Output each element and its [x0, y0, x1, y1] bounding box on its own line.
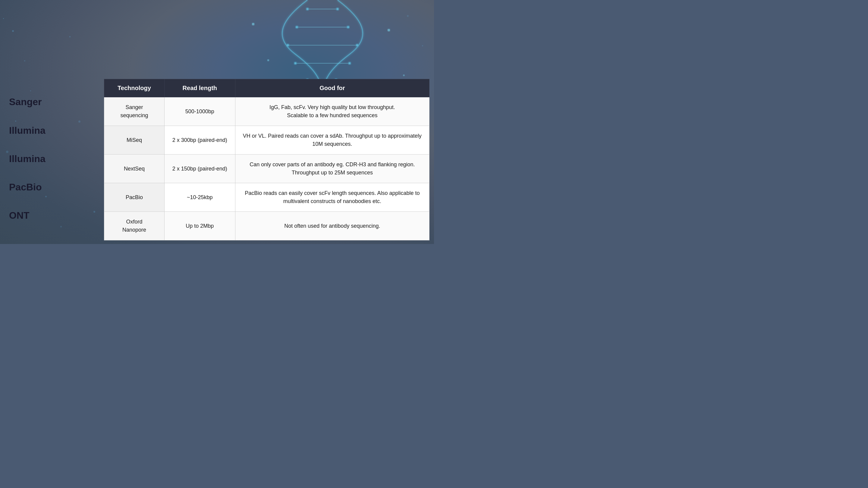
table-row: MiSeq2 x 300bp (paired-end)VH or VL. Pai…: [104, 126, 430, 155]
side-label-ont: ONT: [9, 210, 30, 220]
sequencing-table: Technology Read length Good for Sanger s…: [104, 79, 430, 240]
cell-read-length: ~10-25kbp: [164, 183, 235, 212]
side-label-pacbio: PacBio: [9, 182, 41, 192]
table-row: PacBio~10-25kbpPacBio reads can easily c…: [104, 183, 430, 212]
cell-technology: Oxford Nanopore: [104, 212, 164, 240]
table-row: Sanger sequencing500-1000bpIgG, Fab, scF…: [104, 97, 430, 126]
table-row: NextSeq2 x 150bp (paired-end)Can only co…: [104, 155, 430, 183]
side-labels: Sanger Illumina Illumina PacBio ONT: [9, 87, 45, 230]
side-label-illumina-1: Illumina: [9, 126, 45, 135]
header-technology: Technology: [104, 79, 164, 97]
side-label-illumina-2: Illumina: [9, 154, 45, 164]
cell-technology: NextSeq: [104, 155, 164, 183]
cell-technology: MiSeq: [104, 126, 164, 155]
header-read-length: Read length: [164, 79, 235, 97]
table-header-row: Technology Read length Good for: [104, 79, 430, 97]
cell-read-length: 500-1000bp: [164, 97, 235, 126]
header-good-for: Good for: [235, 79, 429, 97]
cell-good-for: PacBio reads can easily cover scFv lengt…: [235, 183, 429, 212]
cell-read-length: 2 x 150bp (paired-end): [164, 155, 235, 183]
cell-good-for: Not often used for antibody sequencing.: [235, 212, 429, 240]
cell-good-for: VH or VL. Paired reads can cover a sdAb.…: [235, 126, 429, 155]
comparison-table: Technology Read length Good for Sanger s…: [104, 79, 430, 240]
cell-good-for: IgG, Fab, scFv. Very high quality but lo…: [235, 97, 429, 126]
side-label-sanger: Sanger: [9, 97, 41, 107]
cell-read-length: 2 x 300bp (paired-end): [164, 126, 235, 155]
table-row: Oxford NanoporeUp to 2MbpNot often used …: [104, 212, 430, 240]
cell-technology: PacBio: [104, 183, 164, 212]
cell-good-for: Can only cover parts of an antibody eg. …: [235, 155, 429, 183]
cell-read-length: Up to 2Mbp: [164, 212, 235, 240]
cell-technology: Sanger sequencing: [104, 97, 164, 126]
